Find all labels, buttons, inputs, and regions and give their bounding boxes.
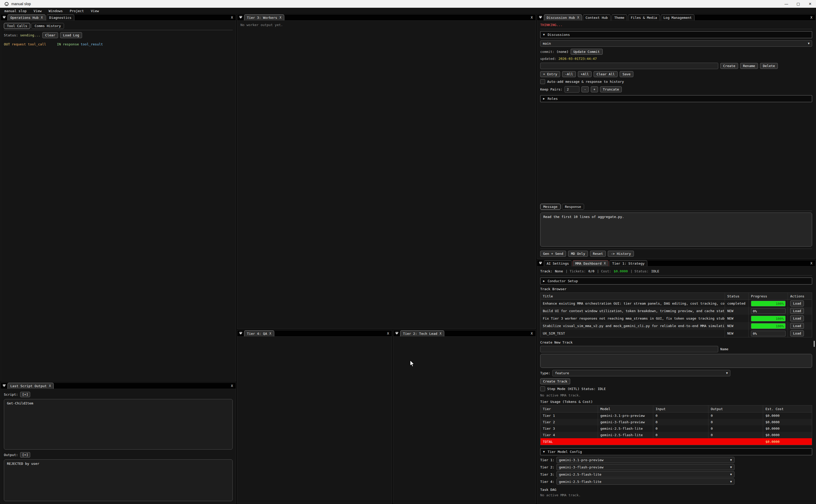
progress-label: 0% [753,331,757,335]
tab-discussion-hub[interactable]: Discussion Hub X [544,14,582,20]
delete-button[interactable]: Delete [760,63,778,69]
dock-menu-icon[interactable] [237,14,244,20]
dock-menu-icon[interactable] [1,14,7,20]
tab-tier1-strategy[interactable]: Tier 1: Strategy [609,260,647,266]
maximize-button[interactable]: ▢ [792,0,804,8]
tab-mma-dashboard[interactable]: MMA Dashboard X [572,260,609,266]
scrollbar-thumb[interactable] [814,341,815,347]
create-track-button[interactable]: Create Track [540,378,570,384]
save-button[interactable]: Save [620,71,633,77]
tab-response[interactable]: Response [562,204,584,210]
update-commit-button[interactable]: Update Commit [571,49,603,55]
load-track-button[interactable]: Load [790,323,804,329]
add-entry-button[interactable]: + Entry [540,71,560,77]
increment-button[interactable]: + [591,86,598,92]
load-track-button[interactable]: Load [790,308,804,314]
tab-ai-settings[interactable]: AI Settings [544,260,572,266]
script-expand-button[interactable]: [+] [20,392,30,397]
tab-label: Tier 3: Workers [247,16,277,20]
clear-button[interactable]: Clear [42,32,58,38]
panel-close-icon[interactable]: X [528,15,536,19]
tier-model-config-header[interactable]: ▼ Tier Model Config [540,448,812,455]
tab-close-icon[interactable]: X [269,332,271,335]
tab-tool-calls[interactable]: Tool Calls [4,23,30,29]
tab-close-icon[interactable]: X [49,384,51,388]
track-title: Fix Tier 3 worker responses not reaching… [540,315,725,322]
message-textarea[interactable]: Read the first 10 lines of aggregate.py. [540,213,812,247]
panel-close-icon[interactable]: X [528,331,536,335]
track-status: NEW [725,330,748,337]
tab-context-hub[interactable]: Context Hub [583,14,611,20]
load-track-button[interactable]: Load [790,330,804,336]
dock-menu-icon[interactable] [537,14,544,20]
clear-all-button[interactable]: Clear All [594,71,617,77]
expand-all-button[interactable]: +All [578,71,592,77]
create-button[interactable]: Create [720,63,738,69]
panel-close-icon[interactable]: X [807,261,815,265]
tab-tier3-workers[interactable]: Tier 3: Workers X [244,14,284,20]
dock-menu-icon[interactable] [537,260,544,266]
step-mode-checkbox[interactable] [540,386,545,391]
discussions-header[interactable]: ▼ Discussions [540,31,812,38]
tab-close-icon[interactable]: X [577,16,579,19]
keep-pairs-input[interactable]: 2 [564,86,579,93]
load-log-button[interactable]: Load Log [60,32,82,38]
tab-files-media[interactable]: Files & Media [628,14,660,20]
truncate-button[interactable]: Truncate [600,86,622,92]
panel-close-icon[interactable]: X [384,331,392,335]
tab-close-icon[interactable]: X [41,16,43,19]
gen-send-button[interactable]: Gen + Send [540,251,566,257]
menu-windows[interactable]: Windows [49,9,63,13]
chevron-down-icon: ▼ [808,42,810,45]
conductor-setup-header[interactable]: ▶ Conductor Setup [540,278,812,284]
tab-operations-hub[interactable]: Operations Hub X [7,14,46,20]
script-textarea[interactable]: Get-ChildItem [4,399,233,450]
dock-menu-icon[interactable] [237,330,244,336]
tier2-model-select[interactable]: gemini-3-flash-preview ▼ [556,464,734,470]
menu-project[interactable]: Project [70,9,84,13]
tab-diagnostics[interactable]: Diagnostics [46,14,74,20]
tab-close-icon[interactable]: X [604,262,606,265]
tab-tier2-tech-lead[interactable]: Tier 2: Tech Lead X [400,330,444,336]
panel-close-icon[interactable]: X [228,384,236,388]
tab-tier4-qa[interactable]: Tier 4: QA X [244,330,274,336]
tab-close-icon[interactable]: X [440,332,441,335]
dock-menu-icon[interactable] [393,330,400,336]
dock-menu-icon[interactable] [1,383,7,389]
tab-message[interactable]: Message [540,204,561,210]
tier3-model-select[interactable]: gemini-2.5-flash-lite ▼ [556,471,734,477]
panel-close-icon[interactable]: X [228,15,236,19]
roles-header[interactable]: ▶ Roles [540,95,812,102]
load-track-button[interactable]: Load [790,315,804,321]
discussion-select[interactable]: main ▼ [540,40,812,47]
md-only-button[interactable]: MD Only [568,251,588,257]
mma-status-value: IDLE [651,269,659,273]
track-type-select[interactable]: feature ▼ [552,370,730,376]
tab-log-management[interactable]: Log Management [661,14,695,20]
autoadd-checkbox[interactable] [540,79,545,84]
track-name-input[interactable] [540,346,718,352]
to-history-button[interactable]: -> History [608,251,634,257]
tab-close-icon[interactable]: X [279,16,281,19]
output-textarea[interactable]: REJECTED by user [4,459,233,501]
menu-view-2[interactable]: View [91,9,99,13]
tool-call-log-line[interactable]: OUT request tool_call IN response tool_r… [4,42,103,46]
decrement-button[interactable]: - [581,86,589,92]
reset-button[interactable]: Reset [590,251,606,257]
output-expand-button[interactable]: [+] [20,452,30,458]
discussion-name-input[interactable] [540,63,718,69]
close-button[interactable]: ✕ [804,0,816,8]
minimize-button[interactable]: — [780,0,792,8]
rename-button[interactable]: Rename [740,63,758,69]
collapse-all-button[interactable]: -All [562,71,576,77]
tier4-model-select[interactable]: gemini-2.5-flash-lite ▼ [556,478,734,485]
panel-close-icon[interactable]: X [807,15,815,19]
menu-manual-slop[interactable]: manual slop [4,9,27,13]
tab-comms-history[interactable]: Comms History [31,23,64,29]
track-description-textarea[interactable] [540,354,812,368]
tier1-model-select[interactable]: gemini-3.1-pro-preview ▼ [556,457,734,463]
tab-theme[interactable]: Theme [611,14,627,20]
load-track-button[interactable]: Load [790,300,804,306]
tab-last-script-output[interactable]: Last Script Output X [7,383,54,389]
menu-view[interactable]: View [34,9,42,13]
